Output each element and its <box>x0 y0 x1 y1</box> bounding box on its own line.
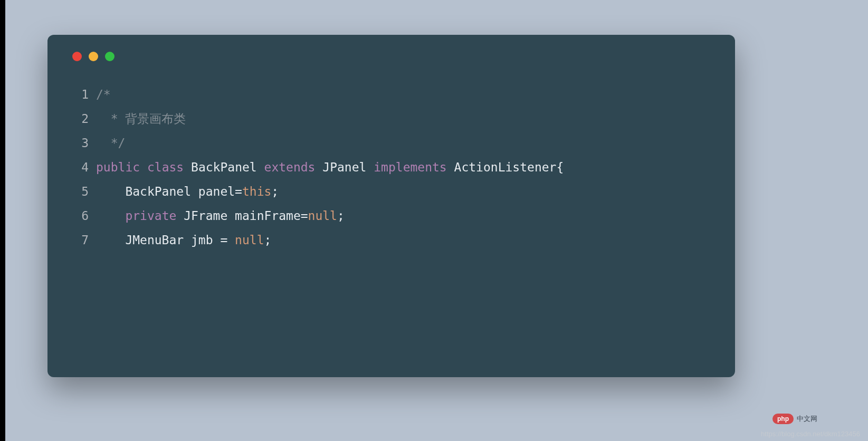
code-token: ; <box>337 209 345 223</box>
code-token: null <box>235 233 264 247</box>
line-number: 2 <box>70 107 89 131</box>
code-token: this <box>242 185 271 198</box>
code-token: public <box>96 160 140 174</box>
line-number: 3 <box>70 131 89 155</box>
code-token: * 背景画布类 <box>96 112 186 126</box>
code-content: */ <box>96 131 713 155</box>
code-line: 1/* <box>70 82 713 107</box>
code-token <box>140 160 147 174</box>
code-token: /* <box>96 88 111 101</box>
line-number: 4 <box>70 155 89 179</box>
code-token: null <box>308 209 337 223</box>
line-number: 6 <box>70 204 89 228</box>
code-token: private <box>125 209 176 223</box>
code-line: 3 */ <box>70 131 713 155</box>
code-area: 1/*2 * 背景画布类3 */4public class BackPanel … <box>70 82 713 252</box>
watermark-label: 中文网 <box>797 414 817 424</box>
code-line: 7 JMenuBar jmb = null; <box>70 228 713 252</box>
code-token: ; <box>264 233 272 247</box>
line-number: 7 <box>70 228 89 252</box>
code-content: JMenuBar jmb = null; <box>96 228 713 252</box>
code-editor-window: 1/*2 * 背景画布类3 */4public class BackPanel … <box>47 35 735 377</box>
watermark-url: https://blog.csdn.net/dkm123456 <box>761 430 860 438</box>
code-token: implements <box>374 160 446 174</box>
code-token: extends <box>264 160 316 174</box>
code-token: JMenuBar jmb = <box>96 233 235 247</box>
code-token: class <box>147 160 184 174</box>
window-controls <box>72 52 713 61</box>
code-line: 6 private JFrame mainFrame=null; <box>70 204 713 228</box>
line-number: 1 <box>70 82 89 107</box>
code-token: { <box>556 160 564 174</box>
code-token: JPanel <box>315 160 374 174</box>
code-content: public class BackPanel extends JPanel im… <box>96 155 713 179</box>
code-line: 4public class BackPanel extends JPanel i… <box>70 155 713 179</box>
code-line: 5 BackPanel panel=this; <box>70 179 713 204</box>
code-token: */ <box>96 136 125 150</box>
code-line: 2 * 背景画布类 <box>70 107 713 131</box>
code-token <box>96 209 125 223</box>
watermark-pill: php <box>772 414 794 424</box>
code-content: * 背景画布类 <box>96 107 713 131</box>
close-icon[interactable] <box>72 52 82 61</box>
code-token: ; <box>271 185 279 198</box>
code-token: ActionListener <box>447 160 557 174</box>
code-content: /* <box>96 82 713 107</box>
page-left-bar <box>0 0 5 441</box>
code-token: JFrame mainFrame= <box>176 209 308 223</box>
line-number: 5 <box>70 179 89 204</box>
maximize-icon[interactable] <box>105 52 115 61</box>
code-token: BackPanel panel= <box>96 185 242 198</box>
code-content: private JFrame mainFrame=null; <box>96 204 713 228</box>
watermark-logo: php 中文网 <box>772 414 817 424</box>
minimize-icon[interactable] <box>89 52 98 61</box>
code-token: BackPanel <box>184 160 264 174</box>
code-content: BackPanel panel=this; <box>96 179 713 204</box>
